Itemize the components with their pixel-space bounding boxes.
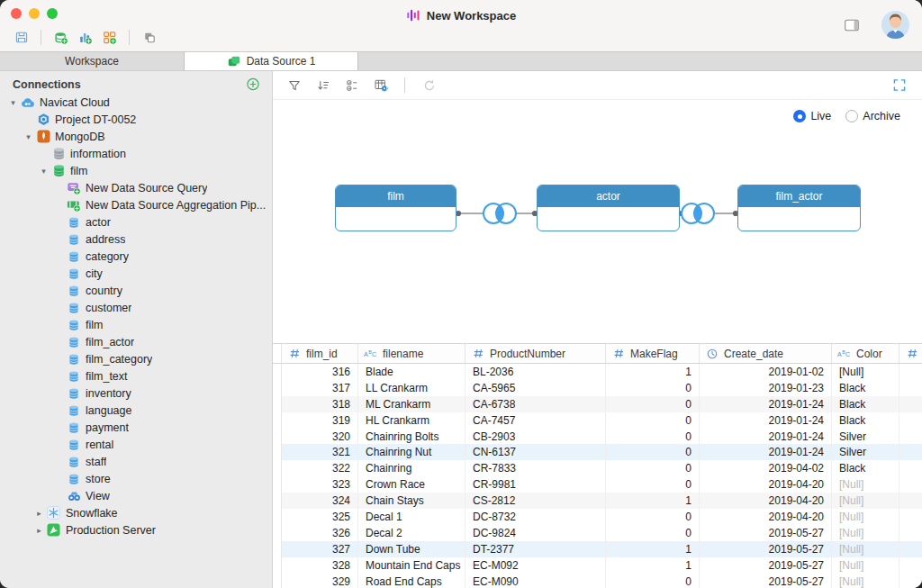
cell-filename[interactable]: HL Crankarm <box>358 412 466 429</box>
cell-makeflag[interactable]: 0 <box>606 525 700 541</box>
table-row[interactable]: 329Road End CapsEC-M09002019-05-27[Null] <box>273 574 922 588</box>
user-avatar[interactable] <box>881 11 909 39</box>
cell-filename[interactable]: Road End Caps <box>358 574 466 588</box>
column-header-makeflag[interactable]: MakeFlag <box>606 344 700 363</box>
cell-create_date[interactable]: 2019-01-02 <box>700 364 832 380</box>
cell-makeflag[interactable]: 1 <box>606 541 700 557</box>
entity-film-actor[interactable]: film_actor <box>737 185 861 231</box>
chevron-right-icon[interactable]: ▸ <box>33 509 45 518</box>
cell-color[interactable]: [Null] <box>832 509 899 525</box>
cell-filename[interactable]: Crown Race <box>358 476 466 493</box>
tree-item-production-server[interactable]: ▸Production Server <box>0 521 272 538</box>
cell-makeflag[interactable]: 1 <box>606 557 700 574</box>
tab-workspace[interactable]: Workspace <box>0 52 185 70</box>
tree-item-inventory[interactable]: inventory <box>0 384 272 402</box>
cell-color[interactable]: [Null] <box>832 541 899 557</box>
tree-item-film[interactable]: ▾film <box>0 162 272 179</box>
cell-makeflag[interactable]: 0 <box>606 412 700 429</box>
cell-create_date[interactable]: 2019-05-27 <box>700 525 832 541</box>
tree-item-new-data-source-query[interactable]: New Data Source Query <box>0 179 272 196</box>
fullscreen-button[interactable] <box>887 74 911 96</box>
cell-productnumber[interactable]: EC-M092 <box>466 557 606 574</box>
entity-actor[interactable]: actor <box>537 185 680 231</box>
cell-color[interactable]: [Null] <box>832 525 899 541</box>
tree-item-staff[interactable]: staff <box>0 453 272 470</box>
cell-create_date[interactable]: 2019-01-24 <box>700 396 832 412</box>
cell-productnumber[interactable]: CA-5965 <box>466 380 606 396</box>
cell-filename[interactable]: Chainring <box>358 460 466 476</box>
cell-makeflag[interactable]: 0 <box>606 509 700 525</box>
inner-join-icon[interactable] <box>682 204 714 223</box>
tree-item-film-category[interactable]: film_category <box>0 350 272 367</box>
cell-color[interactable]: Black <box>832 412 899 429</box>
projection-button[interactable] <box>339 74 364 96</box>
cell-create_date[interactable]: 2019-01-23 <box>700 380 832 396</box>
mode-option-archive[interactable]: Archive <box>845 110 900 122</box>
chevron-down-icon[interactable]: ▾ <box>23 132 34 141</box>
add-connection-button[interactable] <box>246 77 260 92</box>
cell-color[interactable]: Black <box>832 396 899 412</box>
tree-item-project-dt-0052[interactable]: Project DT-0052 <box>0 111 272 128</box>
cell-filename[interactable]: ML Crankarm <box>358 396 466 412</box>
cell-n[interactable] <box>899 412 922 429</box>
cell-filename[interactable]: Chain Stays <box>358 493 466 509</box>
cell-productnumber[interactable]: BL-2036 <box>466 364 606 380</box>
table-row[interactable]: 326Decal 2DC-982402019-05-27[Null] <box>273 525 922 541</box>
cell-makeflag[interactable]: 0 <box>606 396 700 412</box>
table-row[interactable]: 324Chain StaysCS-281212019-04-20[Null] <box>273 493 922 509</box>
chevron-down-icon[interactable]: ▾ <box>38 167 50 176</box>
chevron-right-icon[interactable]: ▸ <box>33 526 45 535</box>
tree-item-store[interactable]: store <box>0 470 272 487</box>
cell-filename[interactable]: Decal 2 <box>358 525 466 541</box>
tree-item-film[interactable]: film <box>0 316 272 333</box>
new-chart-button[interactable] <box>73 26 97 49</box>
cell-makeflag[interactable]: 0 <box>606 574 700 588</box>
cell-create_date[interactable]: 2019-04-20 <box>700 476 832 493</box>
cell-filename[interactable]: Down Tube <box>358 541 466 557</box>
cell-makeflag[interactable]: 0 <box>606 460 700 476</box>
cell-n[interactable] <box>899 364 922 380</box>
cell-productnumber[interactable]: DC-8732 <box>466 509 606 525</box>
cell-productnumber[interactable]: DT-2377 <box>466 541 606 557</box>
table-row[interactable]: 328Mountain End CapsEC-M09212019-05-27[N… <box>273 557 922 574</box>
tree-item-city[interactable]: city <box>0 265 272 282</box>
table-row[interactable]: 327Down TubeDT-237712019-05-27[Null] <box>273 541 922 557</box>
cell-filename[interactable]: Mountain End Caps <box>358 557 466 574</box>
cell-film_id[interactable]: 327 <box>282 541 358 557</box>
cell-film_id[interactable]: 320 <box>282 429 358 445</box>
table-row[interactable]: 322ChainringCR-783302019-04-02Black <box>273 460 922 476</box>
cell-color[interactable]: [Null] <box>832 574 899 588</box>
cell-color[interactable]: Silver <box>832 429 899 445</box>
tree-item-customer[interactable]: customer <box>0 299 272 316</box>
table-row[interactable]: 320Chainring BoltsCB-290302019-01-24Silv… <box>273 429 922 445</box>
cell-create_date[interactable]: 2019-05-27 <box>700 541 832 557</box>
cell-film_id[interactable]: 318 <box>282 396 358 412</box>
column-header-create_date[interactable]: Create_date <box>700 344 832 363</box>
radio-selected-icon[interactable] <box>793 110 806 122</box>
cell-create_date[interactable]: 2019-04-20 <box>700 509 832 525</box>
cell-film_id[interactable]: 319 <box>282 412 358 429</box>
table-row[interactable]: 321Chainring NutCN-613702019-01-24Silver <box>273 444 922 460</box>
save-button[interactable] <box>9 26 33 49</box>
tab-data-source-1[interactable]: Data Source 1 <box>185 52 358 70</box>
cell-film_id[interactable]: 317 <box>282 380 358 396</box>
cell-create_date[interactable]: 2019-04-02 <box>700 460 832 476</box>
table-row[interactable]: 318ML CrankarmCA-673802019-01-24Black <box>273 396 922 412</box>
cell-create_date[interactable]: 2019-01-24 <box>700 429 832 445</box>
new-data-source-button[interactable] <box>49 26 73 49</box>
cell-create_date[interactable]: 2019-01-24 <box>700 444 832 460</box>
tree-item-rental[interactable]: rental <box>0 436 272 453</box>
cell-create_date[interactable]: 2019-05-27 <box>700 574 832 588</box>
cell-film_id[interactable]: 321 <box>282 444 358 460</box>
cell-create_date[interactable]: 2019-05-27 <box>700 557 832 574</box>
cell-film_id[interactable]: 328 <box>282 557 358 574</box>
cell-n[interactable] <box>899 444 922 460</box>
cell-create_date[interactable]: 2019-04-20 <box>700 493 832 509</box>
cell-color[interactable]: [Null] <box>832 493 899 509</box>
cell-filename[interactable]: Blade <box>358 364 466 380</box>
cell-film_id[interactable]: 323 <box>282 476 358 493</box>
tree-item-mongodb[interactable]: ▾MongoDB <box>0 128 272 145</box>
cell-create_date[interactable]: 2019-01-24 <box>700 412 832 429</box>
duplicate-button[interactable] <box>137 26 161 49</box>
cell-filename[interactable]: LL Crankarm <box>358 380 466 396</box>
